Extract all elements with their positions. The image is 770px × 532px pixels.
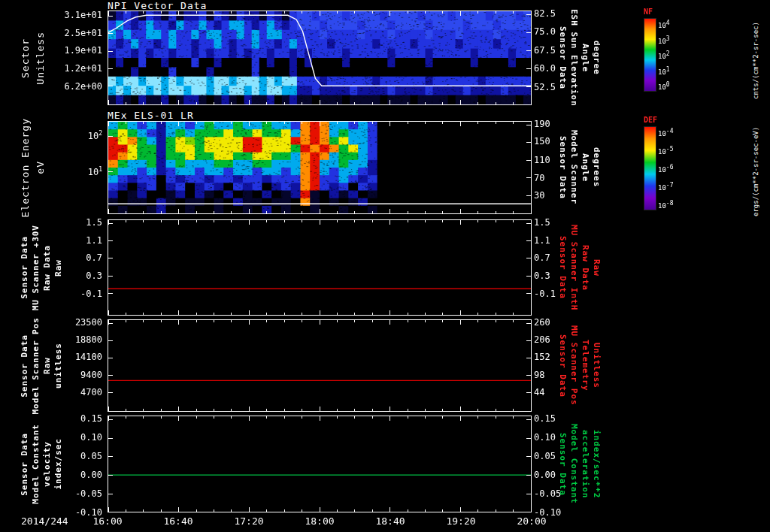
x-tick-mark (284, 102, 285, 104)
p1-left-tick-label: 1.2e+01 (64, 63, 102, 74)
colorbar-nf-units: cnts/(cm**2-sr-sec) (752, 12, 759, 99)
x-tick-mark (249, 209, 250, 213)
x-tick-mark (390, 11, 390, 16)
x-tick-mark (143, 313, 144, 315)
p4-left-label-line: unitless (53, 343, 63, 388)
def-colorbar-tick-label: 10-7 (658, 182, 673, 192)
panel-model-constant-velocity: 0.150.100.050.00-0.05-0.100.150.100.050.… (0, 416, 770, 512)
p2-left-tick-label: 101 (88, 166, 102, 177)
p3-right-tick-label: 1.5 (534, 217, 550, 228)
x-tick-mark (302, 320, 302, 322)
x-tick-mark (354, 122, 355, 124)
p2-right-label-line: Sensor Data (558, 136, 568, 199)
x-tick-mark (337, 416, 338, 419)
y-tick-mark (108, 276, 113, 277)
x-tick-mark (284, 313, 285, 315)
y-tick-mark (108, 358, 113, 358)
p3-left-tick-label: 1.5 (86, 217, 102, 228)
x-tick-mark (302, 211, 302, 213)
p4-left-tick-label: 18800 (75, 334, 102, 345)
x-tick-mark (231, 211, 232, 213)
p4-left-label-line: Raw (42, 357, 52, 374)
y-tick-mark (526, 419, 531, 420)
x-tick-mark (284, 11, 285, 14)
y-tick-mark (526, 68, 531, 69)
x-tick-mark (126, 313, 126, 315)
x-tick-mark (266, 509, 267, 512)
x-tick-mark (231, 416, 232, 419)
p3-right-label-line: MU Scanner IntH (569, 225, 579, 310)
y-tick-mark (526, 323, 531, 324)
x-tick-mark (513, 313, 514, 315)
x-tick-mark (354, 509, 355, 512)
x-tick-mark (161, 416, 162, 419)
x-tick-mark (161, 220, 162, 222)
x-tick-label-1600: 16:00 (83, 515, 132, 527)
x-tick-mark (477, 416, 478, 419)
y-tick-mark (108, 323, 113, 324)
panel-model-scanner-pos: 235001880014100940047002602061529844Sens… (0, 319, 770, 412)
p4-right-tick-label: 260 (534, 317, 550, 328)
p1-left-ticks: 3.1e+012.5e+011.9e+011.2e+016.2e+00 (0, 11, 105, 105)
x-tick-mark (284, 320, 285, 322)
p1-right-label-line: Sensor Data (558, 26, 568, 89)
x-tick-mark (425, 102, 426, 104)
x-tick-mark (442, 122, 443, 124)
x-tick-mark (161, 509, 162, 512)
x-tick-mark (408, 220, 408, 222)
x-tick-mark (460, 11, 461, 16)
p3-right-tick-label: -0.1 (534, 289, 556, 299)
p4-right-axis-label: Sensor DataMU Scanner PosTelemetryUnitle… (558, 319, 602, 412)
x-tick-mark (408, 102, 408, 104)
p5-right-axis-label: Sensor DataModel Constantaccelerationind… (558, 416, 602, 512)
p1-left-tick-label: 1.9e+01 (64, 45, 102, 56)
y-tick-mark (108, 240, 113, 241)
p2-right-axis-label: Sensor DataModel ScannerAngledegrees (558, 121, 602, 214)
x-tick-mark (178, 416, 179, 421)
x-tick-mark (231, 220, 232, 222)
y-tick-mark (526, 223, 531, 224)
p5-left-label-line: velocity (42, 441, 52, 487)
p2-left-label-line: eV (35, 161, 46, 174)
x-tick-mark (196, 509, 197, 512)
p1-right-tick-label: 75.0 (534, 26, 556, 37)
x-tick-mark (425, 409, 426, 411)
p4-right-tick-label: 98 (534, 370, 544, 380)
p3-left-tick-label: -0.1 (80, 289, 102, 299)
p3-right-label-line: Sensor Data (558, 236, 568, 299)
x-tick-mark (496, 122, 496, 124)
y-tick-mark (526, 14, 531, 15)
x-tick-mark (249, 507, 250, 512)
x-tick-mark (531, 100, 532, 104)
x-tick-mark (372, 409, 373, 411)
x-tick-mark (161, 102, 162, 104)
x-tick-mark (126, 211, 126, 213)
x-tick-mark (460, 100, 461, 104)
x-tick-mark (249, 100, 250, 104)
y-tick-mark (108, 392, 113, 393)
x-tick-mark (196, 102, 197, 104)
x-tick-mark (372, 416, 373, 419)
x-tick-mark (249, 320, 250, 325)
p3-overlay (108, 220, 531, 315)
x-tick-mark (531, 310, 532, 315)
p1-left-label-line: Unitless (35, 32, 46, 85)
x-tick-mark (161, 11, 162, 14)
p3-left-label-line: MU Scanner +30V (31, 225, 41, 310)
p1-right-tick-label: 52.5 (534, 82, 556, 92)
x-tick-mark (302, 416, 302, 419)
p4-left-tick-label: 9400 (80, 370, 102, 380)
x-tick-mark (178, 209, 179, 213)
nf-colorbar-tick-label: 100 (658, 81, 670, 91)
x-tick-mark (408, 509, 408, 512)
x-tick-mark (320, 507, 320, 512)
p1-overlay (108, 11, 531, 104)
x-tick-mark (477, 509, 478, 512)
x-tick-mark (249, 122, 250, 126)
x-tick-mark (284, 509, 285, 512)
p1-left-tick-label: 3.1e+01 (64, 10, 102, 20)
x-tick-mark (178, 11, 179, 16)
x-tick-mark (513, 409, 514, 411)
x-tick-mark (231, 102, 232, 104)
p3-right-label-line: Raw (592, 259, 602, 277)
